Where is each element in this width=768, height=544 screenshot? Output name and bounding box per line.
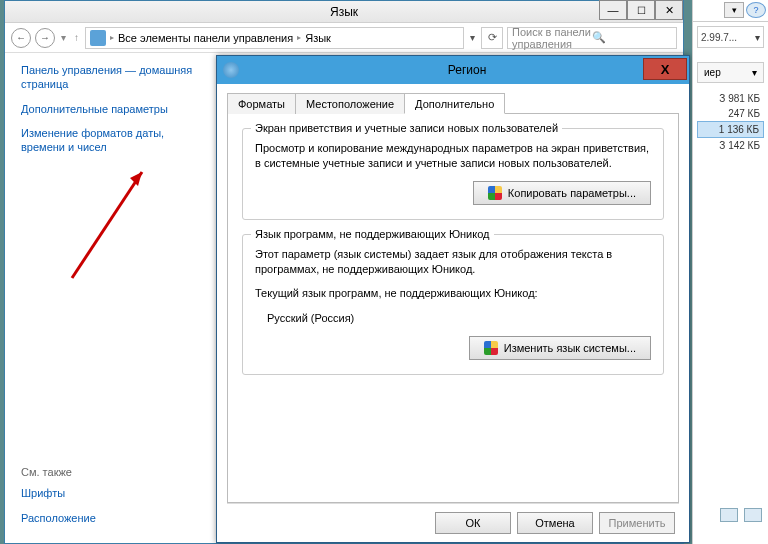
search-input[interactable]: Поиск в панели управления 🔍 (507, 27, 677, 49)
control-panel-icon (90, 30, 106, 46)
link-control-panel-home[interactable]: Панель управления — домашняя страница (21, 63, 193, 92)
back-button[interactable]: ← (11, 28, 31, 48)
tab-row: Форматы Местоположение Дополнительно (227, 92, 679, 114)
region-title: Регион (245, 63, 689, 77)
nav-bar: ← → ▾ ↑ ▸ Все элементы панели управления… (5, 23, 683, 53)
link-fonts[interactable]: Шрифты (21, 486, 193, 500)
shield-icon (488, 186, 502, 200)
region-titlebar: Регион X (217, 56, 689, 84)
change-system-locale-button[interactable]: Изменить язык системы... (469, 336, 651, 360)
help-icon[interactable]: ? (746, 2, 766, 18)
copy-settings-button[interactable]: Копировать параметры... (473, 181, 651, 205)
forward-button[interactable]: → (35, 28, 55, 48)
language-window-title: Язык (330, 5, 358, 19)
link-date-time-formats[interactable]: Изменение форматов даты, времени и чисел (21, 126, 193, 155)
view-details-icon[interactable] (720, 508, 738, 522)
search-icon: 🔍 (592, 31, 672, 44)
see-also-header: См. также (21, 466, 193, 478)
sidebar: Панель управления — домашняя страница До… (5, 53, 203, 543)
address-chevron-icon: ▾ (755, 32, 760, 43)
region-dialog: Регион X Форматы Местоположение Дополнит… (216, 55, 690, 543)
list-item[interactable]: З 142 КБ (697, 138, 764, 153)
maximize-button[interactable]: ☐ (627, 0, 655, 20)
group-legend: Экран приветствия и учетные записи новых… (251, 122, 562, 134)
breadcrumb-root[interactable]: Все элементы панели управления (118, 32, 293, 44)
tab-content-advanced: Экран приветствия и учетные записи новых… (227, 114, 679, 503)
view-thumbnails-icon[interactable] (744, 508, 762, 522)
group-text: Этот параметр (язык системы) задает язык… (255, 247, 651, 277)
group-welcome-screen: Экран приветствия и учетные записи новых… (242, 128, 664, 220)
minimize-button[interactable]: — (599, 0, 627, 20)
group-text: Просмотр и копирование международных пар… (255, 141, 651, 171)
ok-button[interactable]: ОК (435, 512, 511, 534)
address-bar[interactable]: 2.99.7...▾ (697, 26, 764, 48)
close-button[interactable]: X (643, 58, 687, 80)
list-item[interactable]: 247 КБ (697, 106, 764, 121)
link-location[interactable]: Расположение (21, 511, 193, 525)
apply-button[interactable]: Применить (599, 512, 675, 534)
toolbar-dropdown[interactable]: иер▾ (697, 62, 764, 83)
file-list: З 981 КБ 247 КБ 1 136 КБ З 142 КБ (697, 91, 764, 153)
dialog-button-row: ОК Отмена Применить (227, 503, 679, 542)
list-item[interactable]: 1 136 КБ (697, 121, 764, 138)
tab-location[interactable]: Местоположение (295, 93, 405, 114)
list-item[interactable]: З 981 КБ (697, 91, 764, 106)
dropdown-chevron-icon[interactable]: ▾ (724, 2, 744, 18)
cancel-button[interactable]: Отмена (517, 512, 593, 534)
language-titlebar: Язык — ☐ ✕ (5, 1, 683, 23)
shield-icon (484, 341, 498, 355)
breadcrumb[interactable]: ▸ Все элементы панели управления ▸ Язык (85, 27, 464, 49)
background-explorer-window: ▾ ? 2.99.7...▾ иер▾ З 981 КБ 247 КБ 1 13… (692, 0, 768, 544)
tab-formats[interactable]: Форматы (227, 93, 296, 114)
refresh-button[interactable]: ⟳ (481, 27, 503, 49)
tab-advanced[interactable]: Дополнительно (404, 93, 505, 114)
breadcrumb-chevron-icon[interactable]: ▾ (468, 32, 477, 43)
group-non-unicode: Язык программ, не поддерживающих Юникод … (242, 234, 664, 375)
current-language-label: Текущий язык программ, не поддерживающих… (255, 286, 651, 301)
region-icon (223, 62, 239, 78)
breadcrumb-current[interactable]: Язык (305, 32, 331, 44)
group-legend: Язык программ, не поддерживающих Юникод (251, 228, 494, 240)
up-button[interactable]: ↑ (72, 32, 81, 43)
link-additional-params[interactable]: Дополнительные параметры (21, 102, 193, 116)
history-chevron-icon[interactable]: ▾ (59, 32, 68, 43)
current-language-value: Русский (Россия) (255, 311, 651, 326)
close-button[interactable]: ✕ (655, 0, 683, 20)
